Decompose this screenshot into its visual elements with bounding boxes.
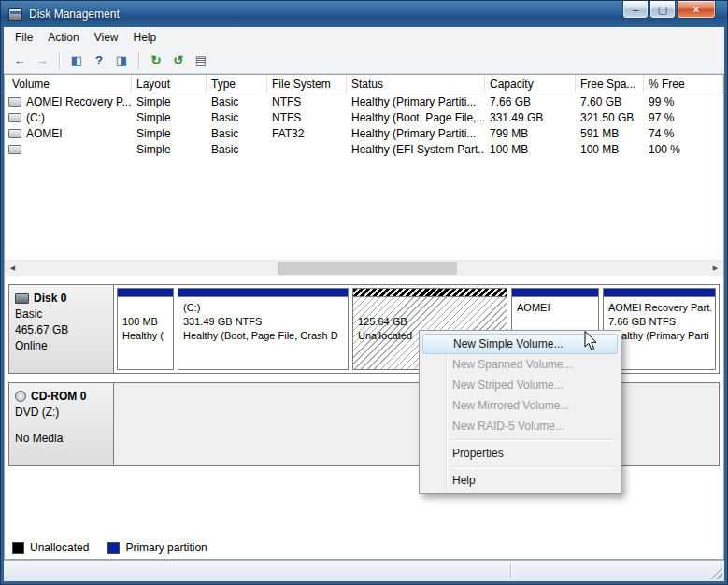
menu-item-help[interactable]: Help <box>421 470 620 491</box>
status-bar-divider <box>510 564 511 578</box>
primary-partition-swatch <box>107 542 120 554</box>
table-row[interactable]: Simple Basic Healthy (EFI System Part...… <box>5 141 723 157</box>
menu-file[interactable]: File <box>7 28 40 47</box>
disk-list-icon[interactable]: ▤ <box>191 51 211 70</box>
minimize-button[interactable]: – <box>622 1 649 19</box>
partition-color-bar <box>118 289 173 297</box>
partition-label <box>358 301 503 315</box>
partition-size: 125.64 GB <box>358 315 503 329</box>
menu-item-new-raid5-volume: New RAID-5 Volume... <box>421 416 620 436</box>
toolbar-separator <box>138 52 139 69</box>
mouse-cursor-icon <box>584 331 599 351</box>
close-button[interactable]: × <box>677 1 716 19</box>
partition-c-drive[interactable]: (C:) 331.49 GB NTFS Healthy (Boot, Page … <box>178 288 349 370</box>
col-file-system[interactable]: File System <box>267 75 347 93</box>
volume-list: Volume Layout Type File System Status Ca… <box>5 75 723 260</box>
volume-capacity: 799 MB <box>485 127 576 140</box>
volume-fs: FAT32 <box>267 127 347 140</box>
volume-icon <box>8 113 21 122</box>
hard-disk-icon <box>15 293 29 304</box>
volume-name: (C:) <box>26 111 45 124</box>
unallocated-swatch <box>12 542 24 554</box>
disk0-partitions: 100 MB Healthy ( (C:) 331.49 GB NTFS Hea… <box>114 285 719 373</box>
volume-status: Healthy (Primary Partiti... <box>347 127 485 140</box>
volume-layout: Simple <box>132 127 207 140</box>
menu-item-new-striped-volume: New Striped Volume... <box>421 375 620 395</box>
window-controls: – ▢ × <box>621 1 716 19</box>
partition-label <box>122 301 169 315</box>
app-icon <box>8 8 22 21</box>
menubar: File Action View Help <box>4 27 724 48</box>
context-menu: New Simple Volume... New Spanned Volume.… <box>419 330 621 494</box>
partition-size: 100 MB <box>122 315 169 329</box>
col-layout[interactable]: Layout <box>132 75 207 93</box>
volume-list-header: Volume Layout Type File System Status Ca… <box>5 75 723 93</box>
volume-pct-free: 99 % <box>644 95 723 108</box>
back-icon[interactable]: ← <box>9 51 30 70</box>
partition-system[interactable]: 100 MB Healthy ( <box>117 288 174 370</box>
cdrom-drive: DVD (Z:) <box>15 406 107 419</box>
volume-type: Basic <box>207 143 267 156</box>
menu-separator <box>450 466 616 467</box>
partition-label: (C:) <box>183 301 344 315</box>
cdrom-name: CD-ROM 0 <box>31 390 86 403</box>
refresh-icon[interactable]: ↻ <box>146 51 166 70</box>
legend: Unallocated Primary partition <box>5 536 723 559</box>
volume-type: Basic <box>207 127 267 140</box>
menu-view[interactable]: View <box>87 28 126 47</box>
window-title: Disk Management <box>29 7 120 21</box>
rescan-disks-icon[interactable]: ↺ <box>168 51 189 70</box>
disk0-name: Disk 0 <box>34 292 66 305</box>
menu-action[interactable]: Action <box>40 28 86 47</box>
horizontal-scrollbar[interactable]: ◀ ▶ <box>5 260 723 276</box>
menu-item-new-spanned-volume: New Spanned Volume... <box>421 354 620 375</box>
partition-color-bar <box>178 289 348 297</box>
help-icon[interactable]: ? <box>89 51 109 70</box>
resize-grip[interactable] <box>710 567 722 579</box>
toolbar-separator <box>59 52 60 69</box>
volume-pct-free: 100 % <box>644 143 723 156</box>
cdrom-label[interactable]: CD-ROM 0 DVD (Z:) No Media <box>9 383 114 465</box>
scroll-left-icon[interactable]: ◀ <box>5 261 21 276</box>
volume-layout: Simple <box>132 111 207 124</box>
col-pct-free[interactable]: % Free <box>644 75 723 93</box>
table-row[interactable]: AOMEI Simple Basic FAT32 Healthy (Primar… <box>5 125 723 141</box>
partition-color-bar <box>604 289 715 297</box>
volume-capacity: 331.49 GB <box>485 111 576 124</box>
volume-layout: Simple <box>132 95 207 108</box>
volume-fs: NTFS <box>267 111 347 124</box>
toolbar: ← → ◧ ? ◨ ↻ ↺ ▤ <box>4 48 724 74</box>
maximize-button[interactable]: ▢ <box>649 1 676 19</box>
volume-icon <box>8 97 21 107</box>
col-free-space[interactable]: Free Spa... <box>576 75 644 93</box>
show-action-pane-icon[interactable]: ◨ <box>111 51 132 70</box>
col-volume[interactable]: Volume <box>5 75 132 93</box>
menu-help[interactable]: Help <box>126 28 164 47</box>
volume-free: 321.50 GB <box>576 111 644 124</box>
volume-type: Basic <box>207 95 267 108</box>
partition-size <box>517 315 594 329</box>
disk0-size: 465.67 GB <box>15 323 107 336</box>
col-capacity[interactable]: Capacity <box>485 75 576 93</box>
scrollbar-thumb[interactable] <box>278 262 457 275</box>
menu-item-properties[interactable]: Properties <box>421 443 620 464</box>
disk0-label[interactable]: Disk 0 Basic 465.67 GB Online <box>9 285 114 373</box>
volume-capacity: 7.66 GB <box>485 95 576 108</box>
volume-type: Basic <box>207 111 267 124</box>
show-console-tree-icon[interactable]: ◧ <box>66 51 87 70</box>
titlebar[interactable]: Disk Management – ▢ × <box>1 1 727 27</box>
partition-label: AOMEI Recovery Part... <box>608 301 711 315</box>
partition-size: 7.66 GB NTFS <box>608 315 711 329</box>
volume-layout: Simple <box>132 143 207 156</box>
volume-free: 591 MB <box>576 127 644 140</box>
volume-status: Healthy (Boot, Page File,... <box>347 111 485 124</box>
col-status[interactable]: Status <box>347 75 485 93</box>
disk0-status: Online <box>15 339 107 352</box>
col-type[interactable]: Type <box>207 75 267 93</box>
forward-icon[interactable]: → <box>32 51 52 70</box>
partition-status: Healthy (Boot, Page File, Crash D <box>183 329 344 343</box>
partition-color-bar <box>512 289 598 297</box>
table-row[interactable]: AOMEI Recovery P... Simple Basic NTFS He… <box>5 93 723 109</box>
scroll-right-icon[interactable]: ▶ <box>707 261 723 276</box>
table-row[interactable]: (C:) Simple Basic NTFS Healthy (Boot, Pa… <box>5 109 723 125</box>
